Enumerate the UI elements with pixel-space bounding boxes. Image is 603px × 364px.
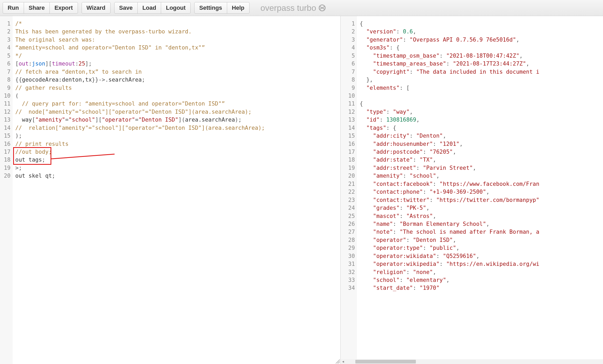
line-number: 18 — [2, 156, 11, 164]
code-line: The original search was: — [15, 36, 338, 44]
line-number: 1 — [342, 20, 355, 28]
code-line: "copyright": "The data included in this … — [360, 68, 600, 76]
code-line: "addr:city": "Denton", — [360, 132, 600, 140]
line-number: 17 — [2, 148, 11, 156]
line-number: 4 — [2, 44, 11, 52]
line-number: 9 — [2, 84, 11, 92]
line-number: 4 — [342, 44, 355, 52]
line-number: 1 — [2, 20, 11, 28]
button-group: SaveLoadLogout — [114, 2, 191, 14]
line-number: 15 — [342, 132, 355, 140]
brand-logo-icon — [319, 4, 326, 11]
code-line: // fetch area “denton,tx” to search in — [15, 68, 338, 76]
line-number: 19 — [2, 164, 11, 172]
line-number: 24 — [342, 204, 355, 212]
scrollbar-track[interactable] — [345, 359, 603, 364]
brand-title: overpass turbo — [261, 3, 326, 13]
wizard-button[interactable]: Wizard — [82, 2, 111, 14]
line-number: 11 — [342, 100, 355, 108]
load-button[interactable]: Load — [138, 2, 161, 14]
code-line: { — [360, 20, 600, 28]
line-number: 34 — [342, 284, 355, 292]
run-button[interactable]: Run — [3, 2, 24, 14]
code-line: // relation["amenity"="school"]["operato… — [15, 124, 338, 132]
line-number: 8 — [342, 76, 355, 84]
line-number: 12 — [2, 108, 11, 116]
line-gutter-right: 1234567891011121314151617181920212223242… — [341, 16, 357, 364]
code-line: out skel qt; — [15, 172, 338, 180]
scrollbar-thumb[interactable] — [355, 360, 416, 363]
code-line: "operator:type": "public", — [360, 244, 600, 252]
line-number: 16 — [342, 140, 355, 148]
line-number: 14 — [342, 124, 355, 132]
code-line: */ — [15, 52, 338, 60]
line-number: 25 — [342, 212, 355, 220]
settings-button[interactable]: Settings — [194, 2, 227, 14]
line-number: 23 — [342, 196, 355, 204]
code-line: "contact:facebook": "https://www.faceboo… — [360, 180, 600, 188]
code-line: "generator": "Overpass API 0.7.56.9 76e5… — [360, 36, 600, 44]
code-line: "religion": "none", — [360, 268, 600, 276]
code-line: "version": 0.6, — [360, 28, 600, 36]
code-line: "type": "way", — [360, 108, 600, 116]
save-button[interactable]: Save — [114, 2, 138, 14]
results-viewer[interactable]: { "version": 0.6, "generator": "Overpass… — [357, 16, 603, 364]
line-number: 8 — [2, 76, 11, 84]
query-editor[interactable]: /*This has been generated by the overpas… — [13, 16, 340, 364]
code-line: "tags": { — [360, 124, 600, 132]
code-line: "elements": [ — [360, 84, 600, 92]
scroll-left-icon[interactable]: ◄ — [341, 359, 345, 364]
logout-button[interactable]: Logout — [161, 2, 191, 14]
line-number: 26 — [342, 220, 355, 228]
code-line: "contact:phone": "+1-940-369-2500", — [360, 188, 600, 196]
code-line: "contact:twitter": "https://twitter.com/… — [360, 196, 600, 204]
line-number: 10 — [342, 92, 355, 100]
code-line: "mascot": "Astros", — [360, 212, 600, 220]
line-number: 20 — [342, 172, 355, 180]
horizontal-scrollbar[interactable]: ◄ — [341, 359, 603, 364]
line-gutter-left: 1234567891011121314151617181920 — [0, 16, 13, 364]
line-number: 19 — [342, 164, 355, 172]
line-number: 28 — [342, 236, 355, 244]
code-line: [out:json][timeout:25]; — [15, 60, 338, 68]
query-editor-pane: 1234567891011121314151617181920 /*This h… — [0, 16, 341, 364]
code-line: ( — [15, 92, 338, 100]
code-line: way["amenity"="school"]["operator"="Dent… — [15, 116, 338, 124]
code-line: >; — [15, 164, 338, 172]
results-pane: 1234567891011121314151617181920212223242… — [341, 16, 603, 364]
line-number: 5 — [342, 52, 355, 60]
line-number: 10 — [2, 92, 11, 100]
code-line: "addr:postcode": "76205", — [360, 148, 600, 156]
help-button[interactable]: Help — [227, 2, 250, 14]
code-line: "school": "elementary", — [360, 276, 600, 284]
line-number: 33 — [342, 276, 355, 284]
line-number: 27 — [342, 228, 355, 236]
line-number: 3 — [2, 36, 11, 44]
line-number: 13 — [342, 116, 355, 124]
code-line: "amenity": "school", — [360, 172, 600, 180]
line-number: 6 — [2, 60, 11, 68]
line-number: 3 — [342, 36, 355, 44]
share-button[interactable]: Share — [24, 2, 50, 14]
code-line: "note": "The school is named after Frank… — [360, 228, 600, 236]
code-line: //out body; — [15, 148, 338, 156]
code-line: }, — [360, 76, 600, 84]
code-line: "osm3s": { — [360, 44, 600, 52]
code-line: {{geocodeArea:denton,tx}}->.searchArea; — [15, 76, 338, 84]
line-number: 5 — [2, 52, 11, 60]
line-number: 7 — [342, 68, 355, 76]
code-line: // print results — [15, 140, 338, 148]
code-line: "timestamp_osm_base": "2021-08-18T00:47:… — [360, 52, 600, 60]
code-line: // query part for: “amenity=school and o… — [15, 100, 338, 108]
button-group: RunShareExport — [3, 2, 78, 14]
code-line: "id": 130816869, — [360, 116, 600, 124]
line-number: 2 — [2, 28, 11, 36]
code-line: // node["amenity"="school"]["operator"="… — [15, 108, 338, 116]
line-number: 18 — [342, 156, 355, 164]
line-number: 16 — [2, 140, 11, 148]
button-group: Wizard — [82, 2, 111, 14]
code-line: "operator:wikipedia": "https://en.wikipe… — [360, 260, 600, 268]
line-number: 17 — [342, 148, 355, 156]
export-button[interactable]: Export — [50, 2, 78, 14]
line-number: 13 — [2, 116, 11, 124]
